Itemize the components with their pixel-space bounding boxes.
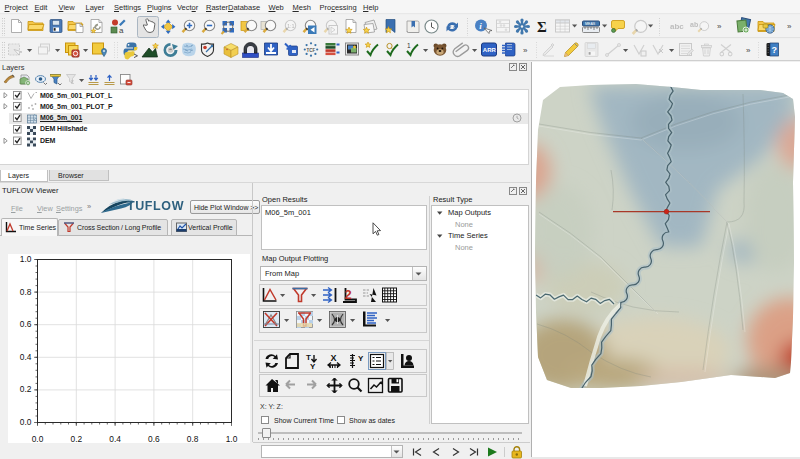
svg-text:T: T [306,353,311,362]
svg-text:ARR: ARR [483,47,497,53]
svg-text:2: 2 [345,287,352,302]
svg-text:Σ: Σ [537,19,547,35]
svg-text:ε: ε [71,78,74,85]
svg-text:Y: Y [358,354,364,363]
svg-text:Y: Y [310,362,316,371]
svg-text:1.0: 1.0 [20,254,32,264]
svg-text:0.4: 0.4 [20,352,32,362]
svg-text:0.0: 0.0 [20,417,32,427]
svg-text:»: » [717,22,722,31]
svg-text:X: X [331,353,337,363]
svg-text:0.2: 0.2 [20,384,32,394]
svg-text:a: a [119,26,124,35]
svg-text:1.0: 1.0 [226,434,238,444]
svg-text:»: » [787,22,792,31]
svg-text:ab: ab [690,21,698,28]
svg-text:0.8: 0.8 [20,287,32,297]
svg-text:»: » [523,46,528,55]
svg-text:0.6: 0.6 [148,434,160,444]
svg-text:abc: abc [670,22,684,31]
svg-text:?: ? [772,45,778,55]
svg-text:0.6: 0.6 [20,319,32,329]
svg-text:TCF: TCF [306,48,315,53]
svg-text:0.8: 0.8 [187,434,199,444]
svg-text:1:1: 1:1 [287,23,295,29]
svg-text:»: » [746,46,751,55]
svg-text:0.0: 0.0 [32,434,44,444]
svg-text:1: 1 [407,42,411,49]
svg-text:MEAS: MEAS [585,22,596,26]
svg-text:0.2: 0.2 [70,434,82,444]
svg-text:0.4: 0.4 [109,434,121,444]
